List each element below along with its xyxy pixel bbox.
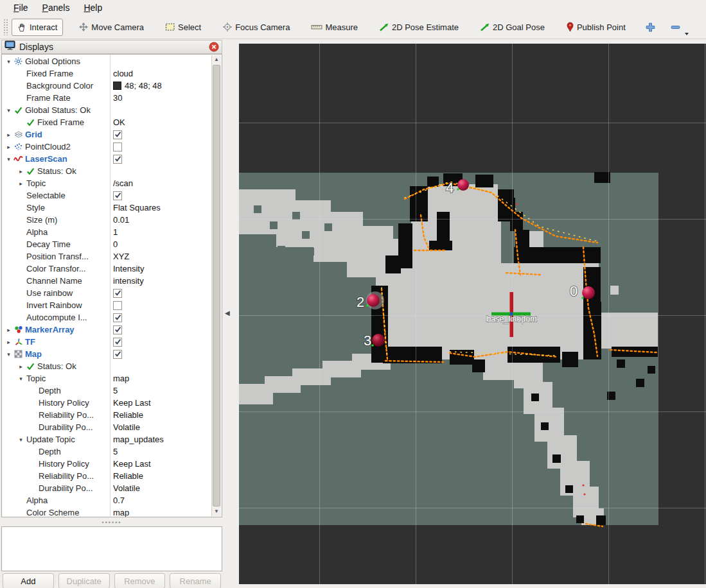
checkbox-unchecked[interactable]: [113, 301, 122, 310]
property-value[interactable]: [113, 289, 122, 298]
property-value[interactable]: 0: [113, 239, 118, 249]
expanded-arrow-icon[interactable]: ▾: [17, 437, 25, 443]
property-value[interactable]: cloud: [113, 69, 133, 78]
tool-focus-camera[interactable]: Focus Camera: [216, 18, 296, 36]
checkbox-checked[interactable]: [113, 155, 122, 164]
tree-row-history-policy[interactable]: History PolicyKeep Last: [2, 397, 211, 409]
render-viewport[interactable]: 4230base_footprintbase_linkodom: [239, 44, 706, 584]
tool-move-camera[interactable]: Move Camera: [73, 18, 150, 36]
collapsed-arrow-icon[interactable]: ▸: [4, 339, 13, 345]
tree-row-markerarray[interactable]: ▸MarkerArray: [2, 324, 211, 336]
tree-row-selectable[interactable]: Selectable: [2, 189, 211, 202]
checkbox-unchecked[interactable]: [113, 143, 122, 151]
tree-row-position-transf[interactable]: Position Transf...XYZ: [2, 250, 211, 263]
tree-row-durability-po[interactable]: Durability Po...Volatile: [2, 482, 211, 494]
expanded-arrow-icon[interactable]: ▾: [4, 107, 13, 114]
tree-row-fixed-frame[interactable]: Fixed FrameOK: [2, 116, 211, 128]
tree-row-global-options[interactable]: ▾Global Options: [2, 55, 211, 67]
tree-row-reliability-po[interactable]: Reliability Po...Reliable: [2, 409, 211, 421]
tool-interact[interactable]: Interact: [12, 19, 63, 36]
checkbox-checked[interactable]: [113, 325, 122, 334]
panel-splitter-handle[interactable]: ••••••: [1, 520, 222, 526]
property-value[interactable]: intensity: [113, 276, 144, 286]
remove-tool-button[interactable]: [666, 19, 685, 35]
property-value[interactable]: [113, 191, 122, 200]
property-value[interactable]: 5: [113, 386, 118, 395]
menu-item-file[interactable]: File: [6, 1, 35, 15]
checkbox-checked[interactable]: [113, 338, 122, 347]
property-value[interactable]: 0.01: [113, 215, 129, 225]
tool-publish-point[interactable]: Publish Point: [560, 18, 631, 36]
tree-row-invert-rainbow[interactable]: Invert Rainbow: [2, 299, 211, 311]
collapsed-arrow-icon[interactable]: ▸: [17, 363, 25, 370]
collapsed-arrow-icon[interactable]: ▸: [4, 144, 13, 150]
property-value[interactable]: [113, 325, 122, 334]
property-value[interactable]: Volatile: [113, 483, 140, 493]
tree-row-channel-name[interactable]: Channel Nameintensity: [2, 275, 211, 287]
property-value[interactable]: Keep Last: [113, 459, 151, 469]
collapsed-arrow-icon[interactable]: ▸: [17, 168, 25, 175]
property-value[interactable]: [113, 130, 122, 139]
marker-sphere-0[interactable]: [582, 286, 595, 299]
tree-row-tf[interactable]: ▸TF: [2, 336, 211, 348]
property-value[interactable]: OK: [113, 117, 125, 127]
checkbox-checked[interactable]: [113, 130, 122, 139]
checkbox-checked[interactable]: [113, 289, 122, 298]
tree-row-decay-time[interactable]: Decay Time0: [2, 238, 211, 250]
marker-sphere-2[interactable]: [367, 294, 380, 307]
tree-row-depth[interactable]: Depth5: [2, 385, 211, 397]
property-value[interactable]: 0.7: [113, 496, 125, 505]
scrollbar-up-icon[interactable]: ▲: [212, 55, 221, 64]
expanded-arrow-icon[interactable]: ▾: [4, 351, 13, 358]
tool-dropdown-caret-icon[interactable]: [685, 33, 689, 35]
property-value[interactable]: 30: [113, 93, 122, 103]
tree-row-background-color[interactable]: Background Color48; 48; 48: [2, 80, 211, 92]
tree-row-frame-rate[interactable]: Frame Rate30: [2, 92, 211, 104]
property-value[interactable]: map_updates: [113, 435, 164, 444]
expanded-arrow-icon[interactable]: ▾: [4, 58, 13, 65]
property-value[interactable]: 48; 48; 48: [113, 81, 162, 91]
property-value[interactable]: map: [113, 508, 129, 517]
expanded-arrow-icon[interactable]: ▾: [4, 156, 13, 162]
tree-row-color-scheme[interactable]: Color Schememap: [2, 506, 211, 517]
tree-row-color-transfor[interactable]: Color Transfor...Intensity: [2, 263, 211, 275]
property-value[interactable]: [113, 350, 122, 359]
tree-row-autocompute-i[interactable]: Autocompute I...: [2, 311, 211, 324]
collapsed-arrow-icon[interactable]: ▸: [17, 180, 25, 187]
property-value[interactable]: [113, 301, 122, 310]
property-value[interactable]: Volatile: [113, 422, 140, 432]
property-value[interactable]: 1: [113, 227, 118, 237]
close-panel-button[interactable]: [209, 42, 219, 52]
tree-row-pointcloud2[interactable]: ▸PointCloud2: [2, 141, 211, 153]
tool-select[interactable]: Select: [159, 19, 207, 36]
tree-row-grid[interactable]: ▸Grid: [2, 128, 211, 141]
add-tool-button[interactable]: [641, 19, 660, 35]
marker-sphere-3[interactable]: [372, 334, 385, 347]
property-value[interactable]: Keep Last: [113, 398, 151, 408]
tool-2d-pose-estimate[interactable]: 2D Pose Estimate: [373, 19, 464, 36]
property-value[interactable]: [113, 155, 122, 164]
property-value[interactable]: Flat Squares: [113, 203, 161, 212]
tree-row-alpha[interactable]: Alpha1: [2, 226, 211, 238]
checkbox-checked[interactable]: [113, 350, 122, 359]
tree-row-alpha[interactable]: Alpha0.7: [2, 494, 211, 506]
tree-row-status-ok[interactable]: ▸Status: Ok: [2, 165, 211, 177]
property-value[interactable]: Intensity: [113, 264, 144, 273]
collapsed-arrow-icon[interactable]: ▸: [4, 327, 13, 333]
property-value[interactable]: [113, 338, 122, 347]
displays-panel-header[interactable]: Displays: [1, 40, 222, 54]
property-value[interactable]: Reliable: [113, 471, 143, 481]
tree-row-global-status-ok[interactable]: ▾Global Status: Ok: [2, 104, 211, 116]
expanded-arrow-icon[interactable]: ▾: [17, 376, 25, 382]
property-value[interactable]: [113, 313, 122, 322]
scrollbar-down-icon[interactable]: ▼: [212, 507, 221, 516]
toolbar-drag-handle[interactable]: [3, 19, 8, 35]
tree-row-size-m[interactable]: Size (m)0.01: [2, 214, 211, 226]
add-button[interactable]: Add: [3, 573, 54, 588]
property-value[interactable]: XYZ: [113, 252, 129, 261]
tree-row-history-policy[interactable]: History PolicyKeep Last: [2, 458, 211, 470]
marker-sphere-4[interactable]: [457, 179, 469, 191]
tree-row-topic[interactable]: ▾Topicmap: [2, 372, 211, 385]
property-value[interactable]: [113, 143, 122, 151]
tree-row-durability-po[interactable]: Durability Po...Volatile: [2, 421, 211, 433]
